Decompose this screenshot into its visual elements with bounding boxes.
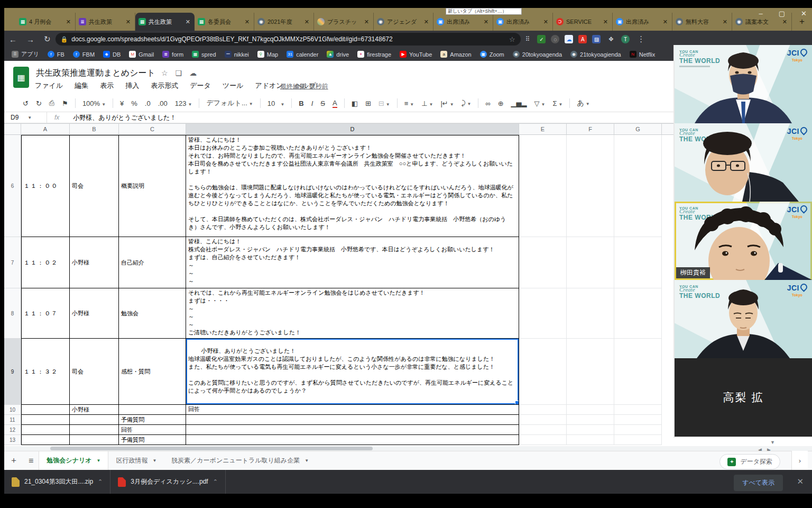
text-color-button[interactable]: A — [333, 99, 337, 108]
col-header-E[interactable]: E — [519, 123, 567, 135]
cell-C6[interactable]: 概要説明 — [119, 135, 186, 237]
filter-icon[interactable]: ▽▼ — [534, 99, 546, 107]
bookmark-map[interactable]: ⚲Map — [254, 50, 281, 59]
browser-tab[interactable]: ▦4 月例会✕ — [16, 13, 76, 31]
bookmark-star-icon[interactable]: ☆ — [509, 35, 515, 43]
last-edit-link[interactable]: 最終編集: 数秒前 — [280, 82, 328, 91]
cell-A11[interactable] — [21, 415, 70, 425]
cell-E13[interactable] — [519, 435, 567, 445]
address-bar[interactable]: 🔒 docs.google.com/spreadsheets/d/1GvgQPE… — [56, 33, 521, 46]
ring-extension-icon[interactable]: ◌ — [551, 35, 559, 43]
cell-E12[interactable] — [519, 425, 567, 435]
tab-close-icon[interactable]: ✕ — [423, 19, 430, 25]
cell-F9[interactable] — [567, 339, 614, 405]
tab-close-icon[interactable]: ✕ — [662, 19, 669, 25]
col-header-B[interactable]: B — [70, 123, 119, 135]
explore-button[interactable]: ✦ データ探索 — [719, 454, 780, 469]
pdf-extension-icon[interactable]: A — [578, 35, 587, 43]
extensions-puzzle-icon[interactable]: ❖ — [608, 35, 614, 43]
bold-button[interactable]: B — [299, 99, 303, 107]
col-header-G[interactable]: G — [614, 123, 662, 135]
font-select[interactable]: デフォルト...▼ — [206, 98, 253, 108]
text-wrap-icon[interactable]: |↵▼ — [440, 99, 454, 107]
zoom-select[interactable]: 100%▼ — [82, 99, 106, 107]
chrome-menu-icon[interactable]: ⋮ — [637, 34, 645, 44]
menu-edit[interactable]: 編集 — [75, 81, 88, 90]
browser-tab[interactable]: ▣出席済み✕ — [613, 13, 672, 31]
document-title[interactable]: 共生政策推進運動まとめシート — [36, 68, 155, 79]
browser-tab[interactable]: ▦各委員会✕ — [195, 13, 254, 31]
tab-close-icon[interactable]: ✕ — [65, 19, 72, 25]
italic-button[interactable]: I — [311, 99, 313, 107]
increase-decimal-button[interactable]: .00 — [158, 99, 168, 107]
back-icon[interactable]: ← — [9, 35, 17, 44]
cell-G13[interactable] — [614, 435, 662, 445]
sheets-logo-icon[interactable]: ▦ — [13, 67, 29, 88]
add-sheet-icon[interactable]: ＋ — [10, 455, 18, 466]
col-header-C[interactable]: C — [119, 123, 186, 135]
move-folder-icon[interactable]: ❏ — [176, 69, 182, 77]
download-item-zip[interactable]: 21_0304第3回大田....zip ⌃ — [4, 470, 110, 494]
font-size-select[interactable]: 10 ▼ — [267, 99, 285, 107]
menu-view[interactable]: 表示 — [100, 81, 114, 90]
cell-C8[interactable]: 勉強会 — [119, 288, 186, 339]
cell-A7[interactable]: １１：０２ — [21, 237, 70, 288]
bookmark-nikkei[interactable]: ーnikkei — [222, 50, 252, 59]
browser-tab[interactable]: プラスチッ✕ — [314, 13, 374, 31]
misc-extension-icon[interactable]: ▨ — [592, 35, 601, 43]
star-document-icon[interactable]: ☆ — [161, 69, 168, 77]
cell-F6[interactable] — [567, 135, 614, 237]
cell-E8[interactable] — [519, 288, 567, 339]
browser-tab[interactable]: ƆSERVICE✕ — [553, 13, 613, 31]
cell-G11[interactable] — [614, 415, 662, 425]
zoom-participant-video-4[interactable]: YOU CAN Create THE WORLD JCI Tokyo — [675, 280, 812, 358]
cell-D10[interactable]: 回答 — [186, 405, 519, 415]
row-header-11[interactable]: 11 — [4, 415, 21, 425]
bookmark-drive[interactable]: ▲drive — [324, 50, 352, 59]
row-header-10[interactable]: 10 — [4, 405, 21, 415]
check-extension-icon[interactable]: ✓ — [537, 35, 546, 43]
cell-G12[interactable] — [614, 425, 662, 435]
cell-A12[interactable] — [21, 425, 70, 435]
browser-tab[interactable]: ▣出席済み✕ — [493, 13, 553, 31]
tab-close-icon[interactable]: ✕ — [184, 19, 191, 25]
bookmark-fbm[interactable]: fFBM — [70, 50, 98, 59]
cell-F12[interactable] — [567, 425, 614, 435]
bookmark-netflix[interactable]: NNetflix — [626, 50, 659, 59]
row-header-7[interactable]: 7 — [4, 237, 21, 288]
input-method-button[interactable]: あ▼ — [577, 98, 589, 108]
print-icon[interactable]: ⎙ — [49, 99, 54, 107]
cell-B6[interactable]: 司会 — [70, 135, 119, 237]
row-header-6[interactable]: 6 — [4, 135, 21, 237]
tab-close-icon[interactable]: ✕ — [483, 19, 490, 25]
insert-comment-icon[interactable]: ⊕ — [498, 99, 504, 107]
cell-D9-selected[interactable]: 小野様、ありがとうございました！ 地球温暖化や温室効果ガスのことは認識しておりま… — [186, 339, 519, 405]
tab-close-icon[interactable]: ✕ — [722, 19, 728, 25]
window-close-button[interactable]: ✕ — [801, 10, 807, 17]
vscroll-down-arrow-icon[interactable]: ▼ — [770, 440, 775, 445]
cell-E10[interactable] — [519, 405, 567, 415]
cell-F13[interactable] — [567, 435, 614, 445]
cell-B9[interactable]: 司会 — [70, 339, 119, 405]
bookmark-amazon[interactable]: aAmazon — [437, 50, 474, 59]
cell-B10[interactable]: 小野様 — [70, 405, 119, 415]
browser-tab[interactable]: ◉2021年度✕ — [254, 13, 314, 31]
decrease-decimal-button[interactable]: .0 — [145, 99, 151, 107]
tab-close-icon[interactable]: ✕ — [125, 19, 132, 25]
sheet-tab[interactable]: 脱炭素／カーボンニュートラル取り組み企業▼ — [164, 451, 316, 470]
cell-F8[interactable] — [567, 288, 614, 339]
insert-chart-icon[interactable]: ▁▅▂ — [511, 99, 527, 107]
text-rotation-icon[interactable]: ⤸▼ — [462, 99, 472, 107]
side-panel-toggle[interactable]: › — [791, 451, 808, 470]
menu-addons[interactable]: アドオン — [255, 81, 283, 90]
browser-tab-active[interactable]: ▦共生政策✕ — [135, 13, 195, 31]
cell-B11[interactable] — [70, 415, 119, 425]
menu-insert[interactable]: 挿入 — [125, 81, 139, 90]
cell-D13[interactable] — [186, 435, 519, 445]
merge-cells-icon[interactable]: ⊟▼ — [379, 99, 390, 107]
download-expand-icon[interactable]: ⌃ — [98, 478, 103, 485]
cell-C13[interactable]: 予備質問 — [119, 435, 186, 445]
more-formats-button[interactable]: 123▼ — [175, 99, 192, 107]
maximize-button[interactable]: ▢ — [779, 10, 785, 17]
select-all-corner[interactable] — [4, 123, 21, 135]
